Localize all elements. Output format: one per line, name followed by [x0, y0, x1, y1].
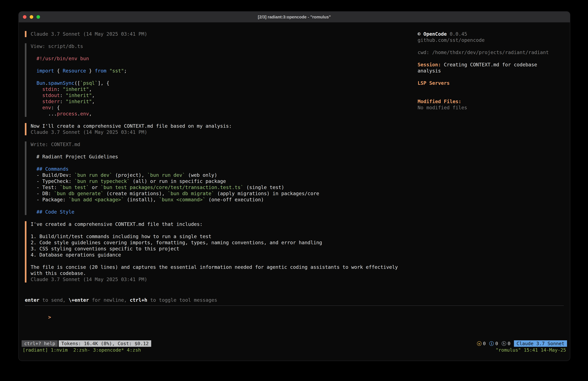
- lsp-hint-count: h 0: [502, 340, 510, 347]
- session-sidebar: © OpenCode 0.0.45github.com/sst/opencode…: [411, 31, 564, 297]
- assistant-message-header: Claude 3.7 Sonnet (14 May 2025 03:41 PM): [25, 31, 411, 37]
- window-title: [2/3] radiant:3:opencode - "romulus": [258, 15, 331, 20]
- prompt-symbol: >: [48, 314, 51, 320]
- window-titlebar: [2/3] radiant:3:opencode - "romulus": [19, 12, 570, 22]
- info-icon: i: [489, 341, 494, 346]
- tool-call-view-file: View: script/db.ts #!/usr/bin/env bun im…: [25, 43, 411, 117]
- traffic-lights: [23, 12, 40, 22]
- close-button[interactable]: [23, 15, 26, 19]
- lsp-info-count: i 0: [489, 340, 498, 347]
- tool-call-write-file: Write: CONTEXT.md # Radiant Project Guid…: [25, 141, 411, 215]
- statusbar-spacer: [151, 340, 477, 347]
- minimize-button[interactable]: [30, 15, 33, 19]
- message-input-area[interactable]: >: [25, 305, 564, 340]
- hint-count: 0: [508, 341, 510, 346]
- hint-icon: h: [502, 341, 506, 346]
- tmux-status-bar: [radiant] 1:nvim 2:zsh- 3:opencode* 4:zs…: [22, 347, 567, 353]
- warning-icon: w: [477, 341, 482, 346]
- main-area: Claude 3.7 Sonnet (14 May 2025 03:41 PM)…: [25, 31, 564, 297]
- chat-transcript: Claude 3.7 Sonnet (14 May 2025 03:41 PM)…: [25, 31, 411, 297]
- terminal-content: Claude 3.7 Sonnet (14 May 2025 03:41 PM)…: [19, 22, 570, 361]
- assistant-message-summary: I've created a comprehensive CONTEXT.md …: [25, 221, 411, 283]
- zoom-button[interactable]: [37, 15, 40, 19]
- tokens-cost-chip: Tokens: 16.4K (8%), Cost: $0.12: [59, 340, 151, 347]
- model-chip[interactable]: Claude 3.7 Sonnet: [514, 340, 567, 347]
- warning-count: 0: [483, 341, 486, 346]
- help-chip[interactable]: ctrl+? help: [22, 340, 58, 347]
- tmux-host-time: "romulus" 15:41 14-May-25: [496, 347, 566, 353]
- lsp-warning-count: w 0: [477, 340, 486, 347]
- terminal-window: [2/3] radiant:3:opencode - "romulus" Cla…: [18, 11, 570, 361]
- assistant-message: Now I'll create a comprehensive CONTEXT.…: [25, 123, 411, 135]
- info-count: 0: [495, 341, 498, 346]
- status-bar: ctrl+? help Tokens: 16.4K (8%), Cost: $0…: [22, 340, 567, 347]
- tmux-session-windows[interactable]: [radiant] 1:nvim 2:zsh- 3:opencode* 4:zs…: [22, 347, 141, 353]
- keybind-hints: enter to send, \+enter for newline, ctrl…: [25, 297, 564, 303]
